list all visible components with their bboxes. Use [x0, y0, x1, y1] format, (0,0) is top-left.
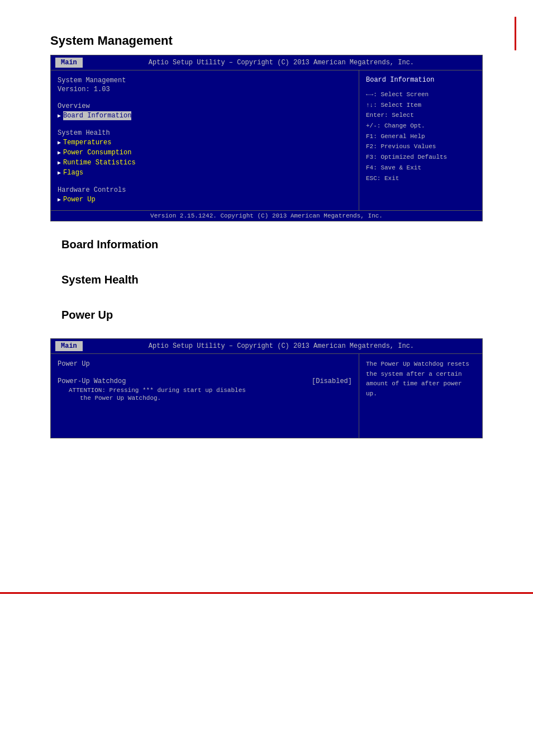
keybind-enter: Enter: Select — [366, 110, 475, 121]
bios-right-panel-2: The Power Up Watchdog resets the system … — [359, 354, 482, 438]
bios-header-title-1: Aptio Setup Utility – Copyright (C) 2013… — [85, 59, 478, 67]
bios-screen-2: Main Aptio Setup Utility – Copyright (C)… — [50, 338, 483, 438]
bios-power-up-watchdog-value[interactable]: [Disabled] — [312, 377, 352, 386]
runtime-statistics-arrow: ▶ — [58, 159, 61, 166]
board-info-heading: Board Information — [61, 238, 483, 251]
power-up-heading-section: Power Up — [50, 309, 483, 322]
bios-power-up-watchdog-label: Power-Up Watchdog — [58, 377, 310, 386]
bios-power-up-label-2: Power Up — [58, 360, 352, 368]
bios-header-title-2: Aptio Setup Utility – Copyright (C) 2013… — [85, 342, 478, 350]
keybind-f2: F2: Previous Values — [366, 141, 475, 152]
bios-attention-2: the Power Up Watchdog. — [58, 394, 352, 402]
keybind-esc: ESC: Exit — [366, 173, 475, 184]
bios-power-up-watchdog-row[interactable]: Power-Up Watchdog [Disabled] — [58, 376, 352, 386]
bios-right-title: Board Information — [366, 76, 475, 84]
board-information-section: Board Information — [50, 238, 483, 251]
bios-tab-main-2[interactable]: Main — [55, 341, 83, 351]
system-health-section: System Health — [50, 273, 483, 286]
bios-flags[interactable]: Flags — [63, 168, 83, 177]
bios-left-panel-1: System Management Version: 1.03 Overview… — [51, 70, 359, 210]
keybind-change-opt: +/-: Change Opt. — [366, 121, 475, 131]
system-health-heading: System Health — [61, 273, 483, 286]
bios-temperatures-row[interactable]: ▶ Temperatures — [58, 138, 352, 148]
system-management-heading: System Management — [50, 34, 483, 48]
bios-runtime-statistics-row[interactable]: ▶ Runtime Statistics — [58, 158, 352, 168]
power-up-arrow: ▶ — [58, 196, 61, 203]
bios-flags-row[interactable]: ▶ Flags — [58, 168, 352, 178]
board-info-arrow: ▶ — [58, 112, 61, 119]
bios-screen-1: Main Aptio Setup Utility – Copyright (C)… — [50, 55, 483, 221]
bios-temperatures[interactable]: Temperatures — [63, 138, 111, 147]
bios-power-up-row[interactable]: ▶ Power Up — [58, 195, 352, 205]
keybind-select-item: ↑↓: Select Item — [366, 100, 475, 111]
bios-tab-main-1[interactable]: Main — [55, 58, 83, 68]
bios-power-consumption[interactable]: Power Consumption — [63, 148, 131, 157]
temperatures-arrow: ▶ — [58, 139, 61, 146]
keybind-section-1: ←→: Select Screen ↑↓: Select Item Enter:… — [366, 89, 475, 183]
system-management-section: System Management Main Aptio Setup Utili… — [50, 34, 483, 221]
bios-header-2: Main Aptio Setup Utility – Copyright (C)… — [51, 339, 482, 354]
bios-board-info[interactable]: Board Information — [63, 111, 131, 120]
bios-right-help: The Power Up Watchdog resets the system … — [366, 360, 475, 399]
flags-arrow: ▶ — [58, 169, 61, 176]
bios-system-management-label: System Management — [58, 76, 352, 85]
bios-version: Version: 1.03 — [58, 85, 352, 94]
bios-power-consumption-row[interactable]: ▶ Power Consumption — [58, 148, 352, 158]
bios-overview: Overview — [58, 102, 352, 111]
bottom-red-line — [0, 592, 533, 594]
bios-header-1: Main Aptio Setup Utility – Copyright (C)… — [51, 55, 482, 70]
bios-left-panel-2: Power Up Power-Up Watchdog [Disabled] AT… — [51, 354, 359, 438]
bios-attention-1: ATTENTION: Pressing *** during start up … — [58, 386, 352, 394]
bios-body-2: Power Up Power-Up Watchdog [Disabled] AT… — [51, 354, 482, 438]
bios-right-panel-1: Board Information ←→: Select Screen ↑↓: … — [359, 70, 482, 210]
keybind-select-screen: ←→: Select Screen — [366, 89, 475, 100]
keybind-f3: F3: Optimized Defaults — [366, 152, 475, 163]
bios-hardware-controls-label: Hardware Controls — [58, 186, 352, 195]
keybind-f1: F1: General Help — [366, 131, 475, 142]
bios-body-1: System Management Version: 1.03 Overview… — [51, 70, 482, 210]
bios-power-up[interactable]: Power Up — [63, 195, 96, 204]
keybind-f4: F4: Save & Exit — [366, 163, 475, 173]
bios-system-health-label: System Health — [58, 129, 352, 138]
bios-board-info-row[interactable]: ▶ Board Information — [58, 111, 352, 121]
bios-runtime-statistics[interactable]: Runtime Statistics — [63, 158, 136, 167]
corner-bar — [515, 17, 516, 50]
power-consumption-arrow: ▶ — [58, 149, 61, 156]
bios-footer-1: Version 2.15.1242. Copyright (C) 2013 Am… — [51, 210, 482, 221]
power-up-heading: Power Up — [61, 309, 483, 322]
